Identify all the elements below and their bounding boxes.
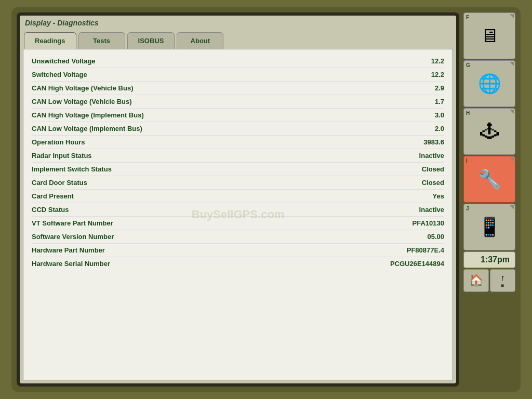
reading-value: 12.2 bbox=[431, 57, 444, 65]
right-sidebar: F🖥G🌐H🕹I🔧J📱 1:37pm 🏠 ↑ ≡ bbox=[463, 12, 515, 387]
title-text: Display - Diagnostics bbox=[25, 19, 99, 27]
triangle-indicator bbox=[510, 110, 514, 114]
sidebar-icon: 🕹 bbox=[466, 111, 513, 152]
reading-value: 3.0 bbox=[435, 111, 444, 119]
triangle-indicator bbox=[510, 62, 514, 66]
tab-tests[interactable]: Tests bbox=[78, 32, 125, 49]
reading-label: CAN High Voltage (Vehicle Bus) bbox=[32, 84, 134, 92]
reading-value: 2.9 bbox=[435, 84, 444, 92]
sidebar-btn-j[interactable]: J📱 bbox=[463, 204, 515, 250]
reading-label: Card Present bbox=[32, 192, 74, 200]
reading-row: Switched Voltage12.2 bbox=[32, 68, 444, 82]
time-display: 1:37pm bbox=[463, 251, 515, 268]
reading-label: Card Door Status bbox=[32, 179, 87, 187]
reading-row: Radar Input StatusInactive bbox=[32, 149, 444, 163]
reading-row: CAN High Voltage (Implement Bus)3.0 bbox=[32, 109, 444, 122]
reading-row: CAN Low Voltage (Implement Bus)2.0 bbox=[32, 122, 444, 136]
tab-readings[interactable]: Readings bbox=[24, 32, 76, 49]
reading-row: Card Door StatusClosed bbox=[32, 176, 444, 190]
tabs-row: ReadingsTestsISOBUSAbout bbox=[20, 30, 456, 49]
reading-value: 2.0 bbox=[435, 125, 444, 132]
reading-value: PFA10130 bbox=[413, 219, 444, 227]
reading-value: Yes bbox=[433, 192, 444, 200]
reading-row: Unswitched Voltage12.2 bbox=[32, 55, 444, 68]
reading-label: Unswitched Voltage bbox=[32, 57, 96, 65]
reading-label: Implement Switch Status bbox=[32, 165, 112, 173]
sidebar-icon: 🌐 bbox=[466, 63, 513, 104]
reading-value: Inactive bbox=[419, 206, 444, 214]
sidebar-icon: 🖥 bbox=[466, 15, 513, 57]
sidebar-icon: 🔧 bbox=[466, 158, 513, 200]
reading-row: Hardware Serial NumberPCGU26E144894 bbox=[32, 257, 444, 270]
reading-row: Card PresentYes bbox=[32, 190, 444, 203]
reading-label: Operation Hours bbox=[32, 138, 85, 146]
reading-value: 12.2 bbox=[431, 71, 444, 78]
reading-row: Hardware Part NumberPF80877E.4 bbox=[32, 244, 444, 257]
content-area: BuySellGPS.com Unswitched Voltage12.2Swi… bbox=[23, 49, 453, 380]
bottom-bar: 1:37pm 🏠 ↑ ≡ bbox=[463, 251, 515, 292]
sidebar-btn-h[interactable]: H🕹 bbox=[463, 108, 515, 155]
sidebar-btn-label: G bbox=[466, 62, 470, 68]
sidebar-btn-label: F bbox=[466, 15, 469, 20]
up-menu-button[interactable]: ↑ ≡ bbox=[490, 269, 515, 292]
reading-row: VT Software Part NumberPFA10130 bbox=[32, 217, 444, 230]
nav-buttons: 🏠 ↑ ≡ bbox=[463, 269, 515, 292]
reading-value: 3983.6 bbox=[423, 138, 444, 146]
triangle-indicator bbox=[510, 205, 514, 209]
sidebar-btn-g[interactable]: G🌐 bbox=[463, 60, 515, 107]
reading-value: Closed bbox=[422, 179, 444, 187]
reading-label: CCD Status bbox=[32, 206, 69, 214]
reading-label: CAN High Voltage (Implement Bus) bbox=[32, 111, 144, 119]
home-button[interactable]: 🏠 bbox=[463, 269, 489, 292]
tab-about[interactable]: About bbox=[177, 32, 223, 49]
reading-label: Switched Voltage bbox=[32, 71, 87, 78]
device-frame: Display - Diagnostics ReadingsTestsISOBU… bbox=[11, 7, 521, 392]
reading-label: VT Software Part Number bbox=[32, 219, 113, 227]
reading-row: Implement Switch StatusClosed bbox=[32, 163, 444, 176]
screen-inner: Display - Diagnostics ReadingsTestsISOBU… bbox=[20, 16, 456, 383]
reading-label: Software Version Number bbox=[32, 233, 114, 241]
reading-value: Closed bbox=[422, 165, 444, 173]
reading-row: CAN High Voltage (Vehicle Bus)2.9 bbox=[32, 82, 444, 95]
sidebar-btn-f[interactable]: F🖥 bbox=[463, 12, 515, 59]
reading-label: CAN Low Voltage (Implement Bus) bbox=[32, 125, 142, 132]
tab-isobus[interactable]: ISOBUS bbox=[127, 32, 175, 49]
reading-row: Operation Hours3983.6 bbox=[32, 136, 444, 149]
sidebar-btn-label: J bbox=[466, 206, 469, 211]
reading-row: CAN Low Voltage (Vehicle Bus)1.7 bbox=[32, 95, 444, 109]
reading-row: CCD StatusInactive bbox=[32, 203, 444, 217]
reading-row: Software Version Number05.00 bbox=[32, 230, 444, 244]
sidebar-btn-label: H bbox=[466, 110, 470, 116]
reading-value: PF80877E.4 bbox=[407, 246, 444, 254]
sidebar-btn-i[interactable]: I🔧 bbox=[463, 156, 515, 203]
reading-value: Inactive bbox=[419, 152, 444, 159]
reading-value: 1.7 bbox=[435, 98, 444, 105]
reading-value: 05.00 bbox=[427, 233, 444, 241]
sidebar-icon: 📱 bbox=[466, 206, 513, 248]
screen-area: Display - Diagnostics ReadingsTestsISOBU… bbox=[17, 12, 459, 387]
triangle-indicator bbox=[510, 157, 514, 162]
reading-label: Radar Input Status bbox=[32, 152, 92, 159]
reading-label: Hardware Part Number bbox=[32, 246, 105, 254]
reading-value: PCGU26E144894 bbox=[390, 260, 444, 268]
reading-label: CAN Low Voltage (Vehicle Bus) bbox=[32, 98, 132, 105]
reading-label: Hardware Serial Number bbox=[32, 260, 110, 268]
title-bar: Display - Diagnostics bbox=[20, 16, 456, 30]
sidebar-btn-label: I bbox=[466, 158, 468, 164]
triangle-indicator bbox=[510, 14, 514, 18]
